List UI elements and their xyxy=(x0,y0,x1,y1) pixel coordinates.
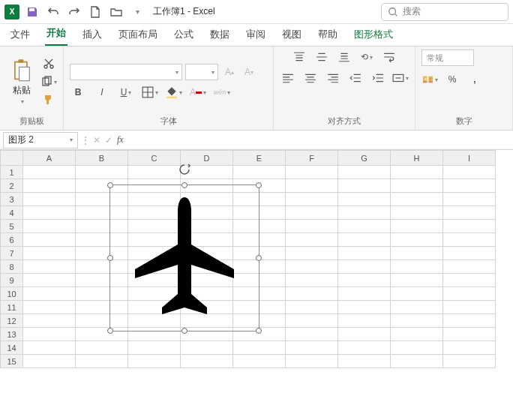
cell[interactable] xyxy=(286,328,338,341)
cell[interactable] xyxy=(443,220,496,233)
cell[interactable] xyxy=(338,247,391,260)
formula-input[interactable] xyxy=(128,132,513,148)
rotate-handle[interactable] xyxy=(178,163,191,176)
resize-handle-bl[interactable] xyxy=(107,328,113,334)
align-top-button[interactable] xyxy=(291,50,308,64)
cell[interactable] xyxy=(23,341,76,355)
cell[interactable] xyxy=(286,287,338,301)
row-header[interactable]: 10 xyxy=(1,287,23,301)
cell[interactable] xyxy=(391,314,443,328)
increase-font-button[interactable]: A▴ xyxy=(221,64,238,80)
cell[interactable] xyxy=(286,341,338,355)
tab-shape-format[interactable]: 图形格式 xyxy=(352,23,394,46)
row-header[interactable]: 1 xyxy=(1,166,23,179)
row-header[interactable]: 13 xyxy=(1,328,23,341)
cell[interactable] xyxy=(286,193,338,206)
cell[interactable] xyxy=(286,166,338,179)
cell[interactable] xyxy=(338,328,391,341)
cell[interactable] xyxy=(443,179,496,193)
cell[interactable] xyxy=(443,166,496,179)
cell[interactable] xyxy=(23,260,76,274)
name-box[interactable]: 图形 2 ▾ xyxy=(3,132,78,148)
new-file-button[interactable] xyxy=(88,5,102,19)
column-header[interactable]: I xyxy=(443,151,496,166)
undo-button[interactable] xyxy=(46,5,60,19)
cell[interactable] xyxy=(23,166,76,179)
airplane-icon[interactable] xyxy=(128,194,241,323)
cell[interactable] xyxy=(391,247,443,260)
row-header[interactable]: 6 xyxy=(1,233,23,247)
cell[interactable] xyxy=(443,314,496,328)
row-header[interactable]: 11 xyxy=(1,301,23,314)
cell[interactable] xyxy=(23,179,76,193)
percent-button[interactable]: % xyxy=(444,72,460,87)
cell[interactable] xyxy=(23,220,76,233)
cell[interactable] xyxy=(286,301,338,314)
cell[interactable] xyxy=(443,341,496,355)
cell[interactable] xyxy=(338,301,391,314)
row-header[interactable]: 5 xyxy=(1,220,23,233)
cell[interactable] xyxy=(23,193,76,206)
save-button[interactable] xyxy=(26,5,39,19)
cell[interactable] xyxy=(286,179,338,193)
cell[interactable] xyxy=(443,193,496,206)
orientation-button[interactable]: ⟲▾ xyxy=(358,50,375,64)
cell[interactable] xyxy=(391,301,443,314)
enter-formula-button[interactable]: ✓ xyxy=(105,135,112,146)
cell[interactable] xyxy=(391,193,443,206)
namebox-resize-handle[interactable]: ⋮ xyxy=(81,135,88,146)
cell[interactable] xyxy=(391,179,443,193)
cell[interactable] xyxy=(338,287,391,301)
row-header[interactable]: 15 xyxy=(1,355,23,368)
align-bottom-button[interactable] xyxy=(336,50,352,64)
selected-shape[interactable] xyxy=(110,184,260,332)
resize-handle-tl[interactable] xyxy=(107,182,113,188)
cell[interactable] xyxy=(443,355,496,368)
resize-handle-tr[interactable] xyxy=(256,182,262,188)
row-header[interactable]: 7 xyxy=(1,247,23,260)
column-header[interactable]: G xyxy=(338,151,391,166)
cell[interactable] xyxy=(286,220,338,233)
bold-button[interactable]: B xyxy=(70,85,86,100)
cell[interactable] xyxy=(23,274,76,287)
select-all-cell[interactable] xyxy=(1,151,23,166)
cell[interactable] xyxy=(286,274,338,287)
cell[interactable] xyxy=(233,166,286,179)
column-header[interactable]: C xyxy=(128,151,181,166)
cell[interactable] xyxy=(286,206,338,220)
underline-button[interactable]: U▾ xyxy=(118,85,134,100)
number-format-combo[interactable]: 常规 xyxy=(422,50,474,66)
cell[interactable] xyxy=(23,206,76,220)
cell[interactable] xyxy=(76,355,128,368)
resize-handle-b[interactable] xyxy=(182,328,188,334)
cell[interactable] xyxy=(23,301,76,314)
resize-handle-l[interactable] xyxy=(107,255,113,261)
cell[interactable] xyxy=(391,260,443,274)
redo-button[interactable] xyxy=(68,5,81,19)
format-painter-button[interactable] xyxy=(40,92,57,107)
align-left-button[interactable] xyxy=(280,70,296,86)
cell[interactable] xyxy=(233,341,286,355)
fill-color-button[interactable]: ▾ xyxy=(166,85,182,100)
row-header[interactable]: 14 xyxy=(1,341,23,355)
align-center-button[interactable] xyxy=(302,70,319,86)
cell[interactable] xyxy=(128,355,181,368)
currency-button[interactable]: 💴▾ xyxy=(422,72,438,87)
cell[interactable] xyxy=(338,233,391,247)
cell[interactable] xyxy=(391,328,443,341)
cell[interactable] xyxy=(391,166,443,179)
cell[interactable] xyxy=(391,220,443,233)
row-header[interactable]: 8 xyxy=(1,260,23,274)
worksheet-grid[interactable]: ABCDEFGHI123456789101112131415 xyxy=(0,150,513,420)
align-middle-button[interactable] xyxy=(314,50,330,64)
cell[interactable] xyxy=(286,247,338,260)
open-file-button[interactable] xyxy=(110,5,123,19)
font-color-button[interactable]: A▾ xyxy=(190,85,206,100)
cell[interactable] xyxy=(286,314,338,328)
column-header[interactable]: H xyxy=(391,151,443,166)
row-header[interactable]: 12 xyxy=(1,314,23,328)
column-header[interactable]: B xyxy=(76,151,128,166)
cell[interactable] xyxy=(338,193,391,206)
tab-data[interactable]: 数据 xyxy=(208,23,231,46)
cell[interactable] xyxy=(391,233,443,247)
